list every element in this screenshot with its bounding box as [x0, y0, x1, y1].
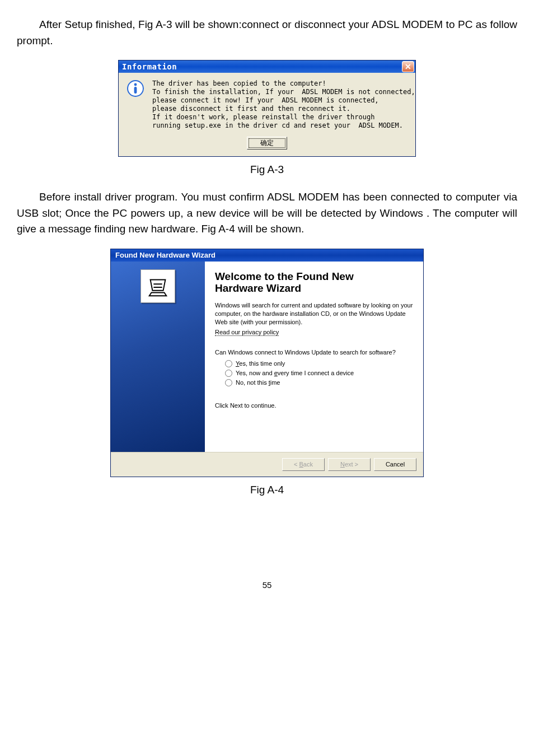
radio-label-yes-once: Yes, this time only	[236, 360, 285, 367]
information-dialog: Information ✕ The driver has been copied…	[118, 60, 416, 157]
ok-button[interactable]: 确定	[247, 137, 287, 150]
close-button[interactable]: ✕	[402, 61, 414, 72]
wizard-heading-line2: Hardware Wizard	[215, 282, 301, 294]
info-icon	[127, 80, 144, 97]
svg-point-1	[134, 83, 137, 86]
radio-label-no: No, not this time	[236, 379, 280, 386]
wizard-button-bar: < Back Next > Cancel	[111, 452, 423, 477]
page-number: 55	[17, 580, 517, 590]
svg-rect-2	[134, 87, 137, 94]
wizard-sidebar	[111, 262, 205, 452]
back-button: < Back	[282, 458, 325, 471]
figure-caption-a3: Fig A-3	[17, 164, 517, 176]
radio-input-yes-once[interactable]	[225, 360, 232, 367]
wizard-radio-group: Yes, this time only Yes, now and every t…	[215, 360, 413, 386]
information-title: Information	[122, 62, 177, 71]
wizard-heading: Welcome to the Found New Hardware Wizard	[215, 270, 413, 295]
intro-paragraph-2: Before install driver program. You must …	[17, 189, 517, 237]
radio-label-yes-every: Yes, now and every time I connect a devi…	[236, 370, 354, 376]
information-footer: 确定	[119, 132, 415, 156]
cancel-button[interactable]: Cancel	[374, 458, 416, 471]
wizard-title: Found New Hardware Wizard	[115, 251, 216, 259]
information-titlebar: Information ✕	[119, 60, 415, 73]
information-message: The driver has been copied to the comput…	[152, 80, 415, 130]
information-body: The driver has been copied to the comput…	[119, 73, 415, 132]
wizard-search-text: Windows will search for current and upda…	[215, 301, 413, 326]
radio-no[interactable]: No, not this time	[225, 379, 413, 386]
wizard-heading-line1: Welcome to the Found New	[215, 270, 354, 282]
intro-paragraph-1: After Setup finished, Fig A-3 will be sh…	[17, 17, 517, 49]
figure-caption-a4: Fig A-4	[17, 484, 517, 496]
found-new-hardware-wizard: Found New Hardware Wizard Welcome to the…	[110, 249, 424, 477]
close-icon: ✕	[405, 62, 412, 71]
wizard-titlebar: Found New Hardware Wizard	[111, 249, 423, 262]
next-button: Next >	[328, 458, 371, 471]
radio-yes-every-time[interactable]: Yes, now and every time I connect a devi…	[225, 370, 413, 377]
wizard-continue-text: Click Next to continue.	[215, 402, 413, 409]
wizard-question: Can Windows connect to Windows Update to…	[215, 349, 413, 356]
wizard-content: Welcome to the Found New Hardware Wizard…	[205, 262, 423, 452]
radio-input-no[interactable]	[225, 379, 232, 386]
radio-input-yes-every[interactable]	[225, 370, 232, 377]
hardware-icon	[140, 269, 175, 303]
privacy-policy-link[interactable]: Read our privacy policy	[215, 329, 279, 336]
wizard-body: Welcome to the Found New Hardware Wizard…	[111, 262, 423, 452]
radio-yes-this-time[interactable]: Yes, this time only	[225, 360, 413, 367]
